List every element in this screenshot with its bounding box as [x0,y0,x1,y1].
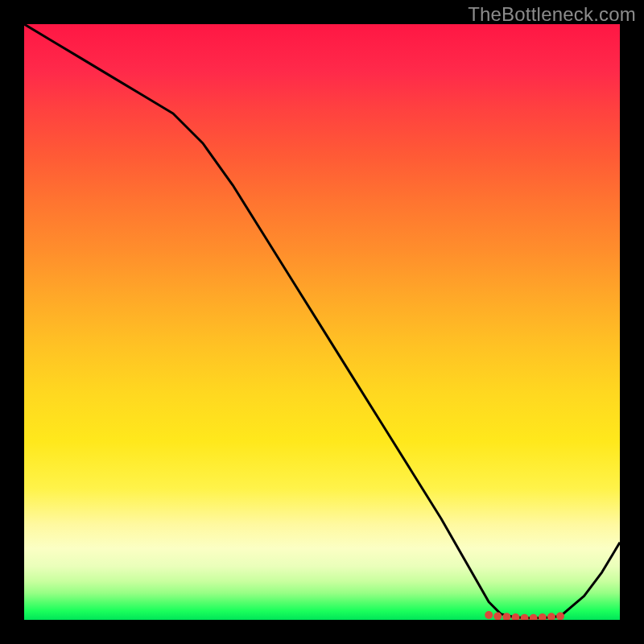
bottleneck-line [24,24,620,618]
sweet-spot-dot [547,613,555,620]
sweet-spot-dots [485,611,564,620]
sweet-spot-dot [530,614,538,620]
line-chart-svg [24,24,620,620]
sweet-spot-dot [521,614,529,620]
plot-area [24,24,620,620]
sweet-spot-dot [485,611,493,619]
sweet-spot-dot [512,613,520,620]
attribution-text: TheBottleneck.com [468,3,636,26]
sweet-spot-dot [539,613,547,620]
